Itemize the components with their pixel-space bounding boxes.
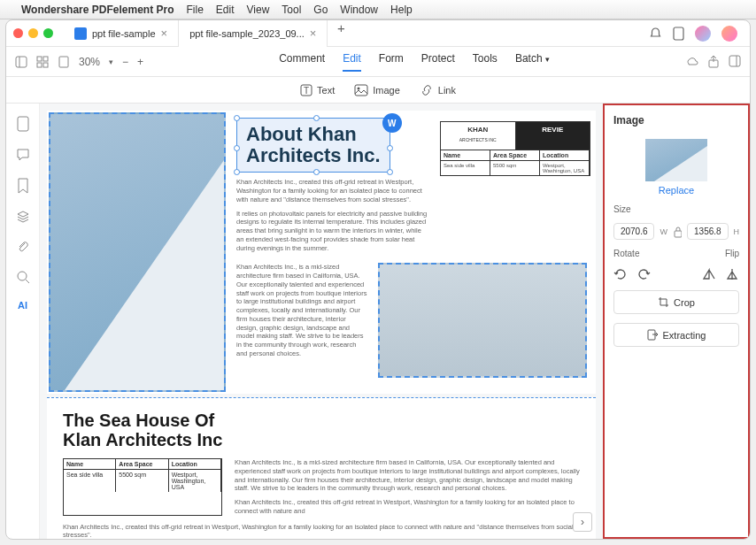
tab-comment[interactable]: Comment (279, 52, 325, 72)
add-link-button[interactable]: Link (420, 84, 456, 96)
svg-line-18 (26, 280, 29, 283)
svg-point-15 (358, 87, 360, 89)
macos-menubar: Wondershare PDFelement Pro File Edit Vie… (0, 0, 756, 19)
rotate-right-icon[interactable] (636, 267, 651, 281)
tab-batch[interactable]: Batch ▾ (515, 52, 550, 72)
next-page-button[interactable]: › (573, 512, 592, 532)
word-badge-icon[interactable]: W (382, 113, 402, 133)
menu-tool[interactable]: Tool (282, 4, 301, 16)
grid-view-icon[interactable] (36, 56, 49, 68)
hero-image-selected[interactable] (49, 112, 226, 392)
tab-close-icon[interactable]: × (161, 27, 168, 40)
text-icon: T (300, 84, 312, 96)
zoom-dropdown-icon[interactable]: ▾ (109, 58, 113, 66)
tab-close-icon[interactable]: × (310, 27, 317, 40)
menu-window[interactable]: Window (340, 4, 378, 16)
ppt-file-icon (74, 27, 87, 40)
zoom-in-button[interactable]: + (137, 56, 143, 68)
tab-protect[interactable]: Protect (421, 52, 455, 72)
crop-button[interactable]: Crop (613, 290, 739, 314)
link-icon (420, 84, 434, 96)
rotate-left-icon[interactable] (613, 267, 628, 281)
thumbnails-icon[interactable] (16, 116, 30, 132)
share-icon[interactable] (707, 55, 720, 68)
page2-body-text: Khan Architects Inc., is a mid-sized arc… (235, 458, 580, 516)
extract-button[interactable]: Extracting (613, 323, 739, 347)
zoom-level[interactable]: 30% (79, 56, 100, 68)
close-window-button[interactable] (13, 28, 23, 38)
secondary-image-selected[interactable] (378, 263, 587, 378)
main-toolbar: 30% ▾ − + Comment Edit Form Protect Tool… (6, 47, 750, 77)
width-input[interactable]: 2070.6 (613, 223, 654, 240)
tab-label: ppt file-sample (92, 28, 156, 39)
svg-point-17 (18, 272, 27, 280)
svg-rect-7 (43, 63, 48, 67)
menu-file[interactable]: File (187, 4, 204, 16)
cloud-icon[interactable] (685, 55, 698, 68)
image-properties-panel: Image Replace Size 2070.6 W 1356.8 H Rot… (603, 104, 750, 539)
app-name[interactable]: Wondershare PDFelement Pro (21, 4, 174, 16)
flip-label: Flip (725, 249, 739, 258)
height-input[interactable]: 1356.8 (687, 223, 728, 240)
menu-edit[interactable]: Edit (216, 4, 235, 16)
page-2: The Sea House OfKlan Architects Inc Name… (47, 397, 596, 539)
page2-table: NameArea SpaceLocation Sea side villa550… (63, 458, 222, 516)
user-avatar-2[interactable] (721, 26, 737, 42)
menu-go[interactable]: Go (313, 4, 328, 16)
bookmarks-icon[interactable] (17, 178, 29, 194)
svg-rect-6 (37, 63, 42, 67)
svg-rect-2 (16, 57, 27, 67)
titlebar: ppt file-sample × ppt file-sample_2023_0… (6, 20, 750, 47)
tab-form[interactable]: Form (379, 52, 404, 72)
menu-help[interactable]: Help (390, 4, 413, 16)
comments-icon[interactable] (16, 148, 30, 162)
document-canvas[interactable]: About KhanArchitects Inc. W KHANARCHITEC… (40, 104, 603, 539)
document-tab[interactable]: ppt file-sample × (64, 20, 179, 47)
svg-text:T: T (304, 86, 309, 96)
svg-rect-5 (43, 57, 48, 61)
layers-icon[interactable] (16, 210, 30, 224)
panel-toggle-icon[interactable] (729, 55, 741, 67)
svg-rect-10 (729, 56, 740, 66)
extract-icon (647, 329, 659, 341)
flip-vertical-icon[interactable] (725, 267, 739, 281)
menu-view[interactable]: View (247, 4, 270, 16)
maximize-window-button[interactable] (43, 28, 53, 38)
image-thumbnail (645, 139, 707, 181)
mobile-icon[interactable] (673, 27, 684, 41)
svg-rect-1 (674, 27, 683, 40)
zoom-out-button[interactable]: − (122, 56, 128, 68)
h-label: H (734, 227, 740, 236)
crop-icon (658, 296, 669, 308)
user-avatar-1[interactable] (695, 26, 711, 42)
search-icon[interactable] (16, 270, 30, 284)
size-label: Size (613, 204, 739, 214)
attachments-icon[interactable] (16, 240, 30, 254)
lock-aspect-icon[interactable] (673, 226, 682, 238)
flip-horizontal-icon[interactable] (702, 267, 716, 281)
page-view-icon[interactable] (58, 56, 70, 68)
add-image-button[interactable]: Image (354, 84, 400, 96)
page2-para-1: Khan Architects Inc., created this off-g… (63, 523, 580, 540)
panel-title: Image (613, 114, 739, 127)
left-rail: AI (6, 104, 40, 539)
app-window: ppt file-sample × ppt file-sample_2023_0… (5, 19, 751, 540)
w-label: W (660, 227, 667, 236)
ai-button[interactable]: AI (18, 300, 27, 311)
rotate-label: Rotate (613, 249, 639, 258)
svg-rect-16 (18, 117, 28, 131)
tab-tools[interactable]: Tools (473, 52, 498, 72)
add-text-button[interactable]: T Text (300, 84, 335, 96)
replace-image-button[interactable]: Replace (613, 185, 739, 196)
tab-edit[interactable]: Edit (343, 52, 361, 72)
svg-rect-8 (59, 57, 68, 67)
bell-icon[interactable] (649, 27, 662, 40)
body-paragraph-1: Khan Architects Inc., created this off-g… (236, 178, 587, 203)
tab-label: ppt file-sample_2023_09... (189, 28, 305, 39)
minimize-window-button[interactable] (28, 28, 38, 38)
document-tab-active[interactable]: ppt file-sample_2023_09... × (179, 20, 328, 47)
new-tab-button[interactable]: + (328, 20, 354, 47)
headline-textbox-selected[interactable]: About KhanArchitects Inc. W (236, 118, 390, 173)
sidebar-toggle-icon[interactable] (15, 56, 27, 68)
column-text: Khan Architects Inc., is a mid-sized arc… (236, 263, 369, 378)
